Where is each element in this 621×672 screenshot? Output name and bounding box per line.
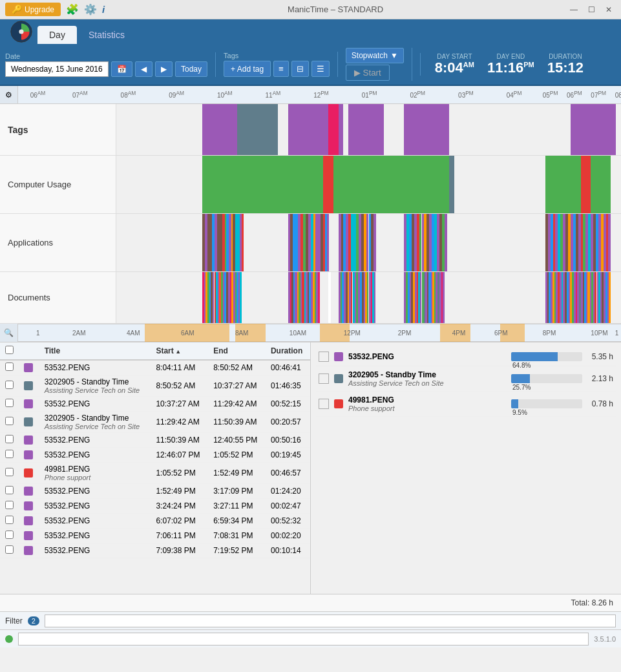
row-start: 10:37:27 AM (151, 397, 208, 412)
right-panel-item: 3202905 - Standby Time Assisting Service… (316, 366, 616, 392)
tab-statistics[interactable]: Statistics (77, 26, 136, 44)
row-title[interactable]: 53532.PENG (39, 433, 151, 448)
settings-icon[interactable]: ⚙️ (84, 3, 97, 16)
table-row: 49981.PENG Phone support 1:05:52 PM 1:52… (0, 463, 310, 484)
row-title[interactable]: 53532.PENG (39, 543, 151, 558)
tags-lane: Tags (0, 104, 621, 156)
rp-checkbox[interactable] (319, 399, 329, 409)
computer-usage-label: Computer Usage (0, 156, 116, 213)
row-title[interactable]: 53532.PENG (39, 529, 151, 543)
table-row: 53532.PENG 11:50:39 AM 12:40:55 PM 00:50… (0, 433, 310, 448)
col-title[interactable]: Title (39, 342, 151, 360)
row-checkbox[interactable] (0, 397, 19, 412)
row-end: 3:27:11 PM (208, 499, 266, 514)
table-row: 3202905 - Standby Time Assisting Service… (0, 375, 310, 397)
search-button[interactable]: 🔍 (0, 324, 18, 342)
filter-input[interactable] (45, 614, 616, 627)
row-end: 8:50:52 AM (208, 360, 266, 375)
row-checkbox[interactable] (0, 514, 19, 529)
row-end: 3:17:09 PM (208, 484, 266, 499)
row-checkbox[interactable] (0, 448, 19, 463)
rp-hours: 5.35 h (587, 352, 613, 361)
table-row: 53532.PENG 7:06:11 PM 7:08:31 PM 00:02:2… (0, 529, 310, 543)
row-checkbox[interactable] (0, 463, 19, 484)
table-row: 53532.PENG 8:04:11 AM 8:50:52 AM 00:46:4… (0, 360, 310, 375)
tag-menu-button[interactable]: ☰ (311, 61, 330, 77)
rp-bar-container: 64.8% (511, 352, 582, 361)
row-title[interactable]: 53532.PENG (39, 484, 151, 499)
row-end: 10:37:27 AM (208, 375, 266, 397)
start-button[interactable]: ▶ Start (346, 65, 390, 81)
upgrade-button[interactable]: 🔑 Upgrade (5, 3, 61, 16)
chevron-down-icon: ▼ (390, 51, 398, 60)
rp-bar (511, 352, 558, 361)
status-bar: 3.5.1.0 (0, 629, 621, 647)
calendar-button[interactable]: 📅 (111, 61, 132, 77)
row-color-swatch (19, 484, 39, 499)
row-title[interactable]: 3202905 - Standby Time Assisting Service… (39, 412, 151, 433)
today-button[interactable]: Today (175, 61, 207, 77)
row-title[interactable]: 53532.PENG (39, 360, 151, 375)
date-label: Date (5, 52, 207, 60)
row-color-swatch (19, 543, 39, 558)
row-checkbox[interactable] (0, 433, 19, 448)
tag-list-view-button[interactable]: ≡ (273, 61, 289, 77)
next-day-button[interactable]: ▶ (155, 61, 173, 77)
rp-color-swatch (334, 374, 343, 383)
row-title[interactable]: 53532.PENG (39, 499, 151, 514)
row-checkbox[interactable] (0, 543, 19, 558)
search-icon: 🔍 (4, 328, 14, 337)
row-checkbox[interactable] (0, 375, 19, 397)
date-input[interactable] (5, 61, 109, 77)
timeline-settings-button[interactable]: ⚙ (0, 86, 18, 104)
computer-usage-content[interactable] (116, 156, 621, 213)
maximize-button[interactable]: ☐ (584, 4, 599, 16)
row-checkbox[interactable] (0, 412, 19, 433)
row-end: 6:59:34 PM (208, 514, 266, 529)
row-start: 11:50:39 AM (151, 433, 208, 448)
table-row: 53532.PENG 1:52:49 PM 3:17:09 PM 01:24:2… (0, 484, 310, 499)
stopwatch-dropdown[interactable]: Stopwatch ▼ (346, 48, 404, 63)
row-checkbox[interactable] (0, 484, 19, 499)
row-start: 1:05:52 PM (151, 463, 208, 484)
row-title[interactable]: 53532.PENG (39, 514, 151, 529)
app-logo (5, 19, 37, 44)
col-end[interactable]: End (208, 342, 266, 360)
day-start-value: 8:04AM (435, 60, 474, 76)
applications-content[interactable] (116, 214, 621, 271)
tab-day[interactable]: Day (37, 26, 77, 44)
row-color-swatch (19, 514, 39, 529)
tag-compact-view-button[interactable]: ⊟ (291, 61, 309, 77)
tags-lane-content[interactable] (116, 104, 621, 155)
row-color-swatch (19, 433, 39, 448)
rp-bar-container: 9.5% (511, 399, 582, 408)
col-duration[interactable]: Duration (266, 342, 310, 360)
row-checkbox[interactable] (0, 499, 19, 514)
row-end: 1:52:49 PM (208, 463, 266, 484)
status-input[interactable] (18, 633, 589, 646)
titlebar: 🔑 Upgrade 🧩 ⚙️ i ManicTime – STANDARD — … (0, 0, 621, 19)
row-title[interactable]: 3202905 - Standby Time Assisting Service… (39, 375, 151, 397)
rp-checkbox[interactable] (319, 352, 329, 362)
select-all-checkbox[interactable] (0, 342, 19, 360)
table-row: 53532.PENG 12:46:07 PM 1:05:52 PM 00:19:… (0, 448, 310, 463)
prev-day-button[interactable]: ◀ (135, 61, 153, 77)
row-color-swatch (19, 360, 39, 375)
row-start: 7:09:38 PM (151, 543, 208, 558)
tags-lane-label: Tags (0, 104, 116, 155)
row-title[interactable]: 53532.PENG (39, 448, 151, 463)
col-start[interactable]: Start (151, 342, 208, 360)
close-button[interactable]: ✕ (602, 4, 616, 16)
row-checkbox[interactable] (0, 529, 19, 543)
row-title[interactable]: 53532.PENG (39, 397, 151, 412)
row-end: 11:50:39 AM (208, 412, 266, 433)
right-panel-item: 49981.PENG Phone support 9.5% 0.78 h (316, 392, 616, 417)
documents-content[interactable] (116, 272, 621, 323)
row-checkbox[interactable] (0, 360, 19, 375)
puzzle-icon[interactable]: 🧩 (66, 3, 79, 16)
add-tag-button[interactable]: + Add tag (224, 61, 271, 77)
row-title[interactable]: 49981.PENG Phone support (39, 463, 151, 484)
tags-label: Tags (224, 52, 330, 59)
rp-checkbox[interactable] (319, 373, 329, 384)
minimize-button[interactable]: — (566, 4, 582, 16)
